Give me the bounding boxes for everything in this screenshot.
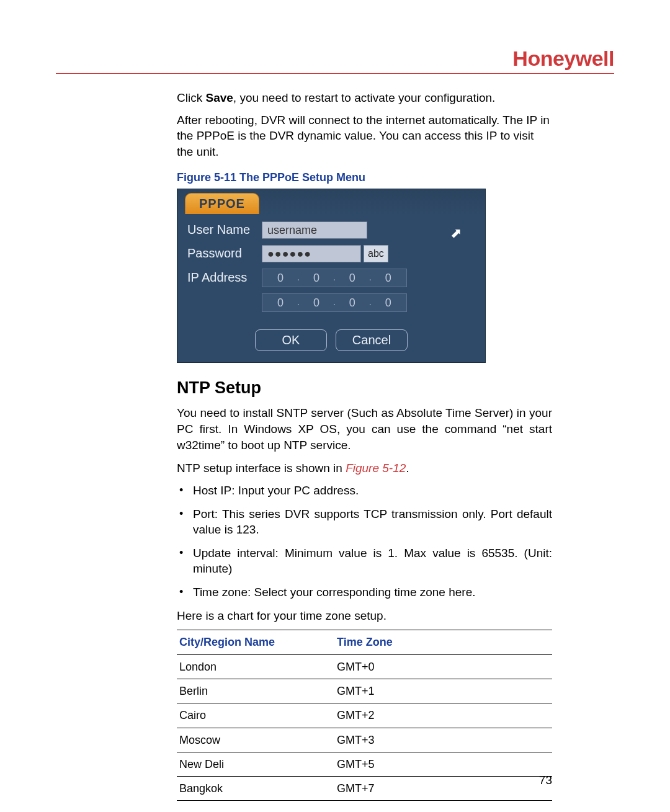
ntp-p2-ref: Figure 5-12 (346, 462, 406, 475)
intro-line1: Click Save, you need to restart to activ… (177, 90, 552, 106)
ok-button[interactable]: OK (255, 329, 327, 351)
table-row: LondonGMT+0 (177, 654, 552, 679)
th-city: City/Region Name (177, 630, 334, 654)
ntp-p1: You need to install SNTP server (Such as… (177, 405, 552, 453)
ip1-octet-2[interactable]: 0 (338, 270, 367, 285)
chart-intro: Here is a chart for your time zone setup… (177, 608, 552, 624)
username-label: User Name (187, 221, 262, 238)
ip2-octet-1[interactable]: 0 (302, 295, 331, 310)
table-row: New DeliGMT+5 (177, 752, 552, 776)
bullet-2: Update interval: Minimum value is 1. Max… (177, 545, 552, 577)
bullet-3: Time zone: Select your corresponding tim… (177, 584, 552, 600)
ntp-p2-post: . (406, 462, 409, 475)
figure-caption: Figure 5-11 The PPPoE Setup Menu (177, 170, 552, 185)
ip2-octet-2[interactable]: 0 (338, 295, 367, 310)
table-row: BerlinGMT+1 (177, 679, 552, 703)
timezone-table: City/Region Name Time Zone LondonGMT+0 B… (177, 630, 552, 801)
ntp-bullets: Host IP: Input your PC address. Port: Th… (177, 483, 552, 600)
intro-line1-post: , you need to restart to activate your c… (233, 91, 495, 104)
ntp-heading: NTP Setup (177, 377, 552, 399)
th-tz: Time Zone (334, 630, 552, 654)
brand-logo: Honeywell (512, 47, 614, 71)
ntp-p2: NTP setup interface is shown in Figure 5… (177, 460, 552, 476)
table-row: BangkokGMT+7 (177, 777, 552, 801)
page-header: Honeywell (56, 47, 614, 74)
cursor-icon: ⬈ (450, 224, 462, 243)
ip1-octet-1[interactable]: 0 (302, 270, 331, 285)
ip2-octet-0[interactable]: 0 (266, 295, 295, 310)
pppoe-tab-bar: PPPOE (177, 189, 485, 215)
ntp-p2-pre: NTP setup interface is shown in (177, 462, 346, 475)
password-input[interactable]: ●●●●●● (262, 245, 361, 262)
password-label: Password (187, 245, 262, 262)
abc-button[interactable]: abc (364, 245, 388, 262)
bullet-0: Host IP: Input your PC address. (177, 483, 552, 499)
bullet-1: Port: This series DVR supports TCP trans… (177, 506, 552, 538)
ip1-octet-3[interactable]: 0 (374, 270, 403, 285)
page-content: Click Save, you need to restart to activ… (56, 90, 614, 801)
table-row: MoscowGMT+3 (177, 728, 552, 752)
ip1-octet-0[interactable]: 0 (266, 270, 295, 285)
ip2-octet-3[interactable]: 0 (374, 295, 403, 310)
username-input[interactable]: username (262, 221, 367, 239)
page-number: 73 (539, 774, 552, 787)
cancel-button[interactable]: Cancel (336, 329, 408, 351)
pppoe-tab[interactable]: PPPOE (185, 193, 259, 214)
table-row: CairoGMT+2 (177, 703, 552, 728)
intro-line2: After rebooting, DVR will connect to the… (177, 112, 552, 160)
pppoe-dialog: PPPOE ⬈ User Name username Password ●●●●… (177, 189, 486, 363)
ip-address-1[interactable]: 0. 0. 0. 0 (262, 269, 407, 287)
intro-line1-strong: Save (205, 91, 233, 104)
intro-line1-pre: Click (177, 91, 205, 104)
ip-address-2[interactable]: 0. 0. 0. 0 (262, 293, 407, 312)
ip-address-label: IP Address (187, 269, 262, 286)
